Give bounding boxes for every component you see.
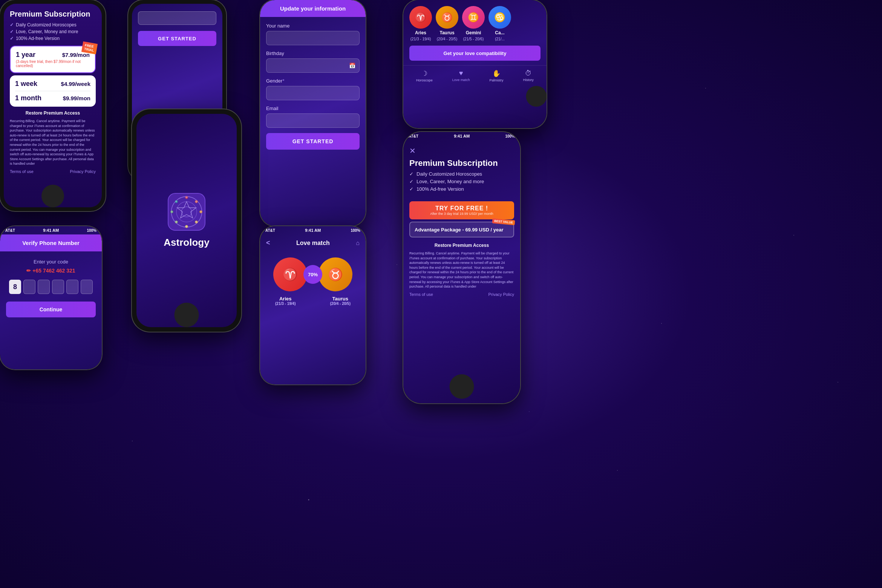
phone-update-info: Update your information Your name Birthd…: [260, 0, 366, 226]
code-box-2[interactable]: [23, 280, 35, 294]
p2-feature-3: ✓ 100% Ad-free Version: [409, 186, 514, 192]
sign-names: Aries (21/3 - 19/4) Taurus (20/4 - 20/5): [275, 296, 351, 306]
verify-phone[interactable]: +65 7462 462 321: [6, 268, 96, 274]
email-input[interactable]: [266, 113, 360, 128]
advantage-package[interactable]: Advantage Package - 69.99 USD / year BES…: [409, 222, 514, 237]
taurus-name: Taurus (20/4 - 20/5): [330, 296, 351, 306]
name-input[interactable]: [266, 31, 360, 45]
birthday-input[interactable]: 📅: [266, 58, 360, 73]
terms-link2[interactable]: Terms of use: [409, 292, 433, 297]
code-box-6[interactable]: [81, 280, 93, 294]
palmistry-icon: ✋: [492, 69, 501, 78]
sign-card-aries[interactable]: ♈ Aries (21/3 - 19/4): [409, 6, 432, 41]
privacy-link[interactable]: Privacy Policy: [70, 169, 96, 174]
phone-signs: ♈ Aries (21/3 - 19/4) ♉ Taurus (20/4 - 2…: [403, 0, 547, 128]
calendar-icon: 📅: [349, 63, 355, 69]
code-box-4[interactable]: [52, 280, 64, 294]
privacy-link2[interactable]: Privacy Policy: [488, 292, 514, 297]
home-button-4[interactable]: [175, 303, 199, 327]
code-box-3[interactable]: [38, 280, 50, 294]
svg-text:♌: ♌: [185, 225, 188, 228]
plan-week[interactable]: 1 week $4.99/week 1 month $9.99/mon: [10, 75, 96, 107]
svg-text:♍: ♍: [175, 220, 178, 223]
love-match-title: Love match: [296, 240, 330, 247]
feature-2: ✓ Love, Career, Money and more: [10, 29, 96, 34]
svg-text:♏: ♏: [175, 200, 178, 203]
nav-palmistry[interactable]: ✋ Palmistry: [490, 69, 504, 82]
aries-name: Aries (21/3 - 19/4): [275, 296, 296, 306]
aries-avatar: ♈: [409, 6, 432, 29]
gemini-sign-dates: (21/5 - 20/6): [463, 37, 484, 41]
premium-title: Premium Subscription: [10, 10, 96, 18]
compatibility-percent: 70%: [303, 265, 322, 284]
svg-text:♎: ♎: [170, 210, 173, 213]
sign-card-cancer[interactable]: ♋ Ca... (21/...: [488, 6, 511, 41]
horoscope-label: Horoscope: [416, 78, 433, 82]
home-button[interactable]: [41, 185, 64, 207]
history-icon: ⏱: [525, 69, 532, 77]
feature-1: ✓ Daily Customized Horoscopes: [10, 22, 96, 28]
close-button[interactable]: ✕: [409, 146, 514, 155]
phone-verify: AT&T 9:41 AM 100% Verify Phone Number En…: [0, 226, 102, 369]
home-button-8[interactable]: [450, 374, 474, 399]
legal-text: Recurring Billing. Cancel anytime. Payme…: [10, 119, 96, 166]
gender-input[interactable]: [266, 86, 360, 100]
nav-horoscope[interactable]: ☽ Horoscope: [416, 69, 433, 82]
restore-link2[interactable]: Restore Premium Access: [403, 240, 520, 251]
phone-astrology-splash: ♈ ♉ ♊ ♋ ♌ ♍ ♎ ♏ Astrology: [132, 109, 241, 332]
code-box-5[interactable]: [66, 280, 78, 294]
astrology-logo: ♈ ♉ ♊ ♋ ♌ ♍ ♎ ♏: [168, 193, 205, 231]
back-button[interactable]: <: [266, 239, 270, 247]
gemini-avatar: ♊: [462, 6, 485, 29]
home-icon[interactable]: ⌂: [356, 240, 360, 247]
get-started-form-button[interactable]: GET STARTED: [266, 133, 360, 150]
plan-month-name: 1 month: [15, 94, 41, 102]
try-free-label: TRY FOR FREE !: [435, 205, 488, 212]
svg-text:♉: ♉: [195, 200, 198, 203]
zodiac-wheel-icon: ♈ ♉ ♊ ♋ ♌ ♍ ♎ ♏: [170, 195, 204, 229]
phone-premium-left: Premium Subscription ✓ Daily Customized …: [0, 0, 106, 211]
best-value-badge: BEST VALUE: [492, 218, 515, 225]
plan-year[interactable]: FREETRIAL 1 year $7.99/mon (3-days free …: [10, 46, 96, 73]
premium2-title: Premium Subscription: [409, 158, 514, 168]
plan-month-price: $9.99/mon: [63, 95, 90, 101]
nav-history[interactable]: ⏱ History: [523, 69, 534, 82]
code-box-1[interactable]: 8: [9, 280, 21, 294]
sign-card-gemini[interactable]: ♊ Gemini (21/5 - 20/6): [462, 6, 485, 41]
birthday-label: Birthday: [266, 51, 360, 56]
legal-text2: Recurring Billing. Cancel anytime. Payme…: [403, 251, 520, 289]
update-header: Update your information: [260, 0, 366, 17]
love-match-icon: ♥: [459, 69, 463, 77]
svg-text:♋: ♋: [195, 220, 198, 223]
cancer-avatar: ♋: [488, 6, 511, 29]
try-free-button[interactable]: TRY FOR FREE ! After the 3 day trial 19.…: [409, 201, 514, 219]
feature-3: ✓ 100% Ad-free Version: [10, 36, 96, 41]
aries-sign-name: Aries: [415, 30, 426, 35]
get-started-button[interactable]: GET STARTED: [138, 31, 216, 46]
love-compat-button[interactable]: Get your love compatibility: [409, 46, 541, 61]
svg-point-1: [176, 202, 197, 222]
horoscope-icon: ☽: [421, 69, 427, 78]
p2-feature-1: ✓ Daily Customized Horoscopes: [409, 171, 514, 177]
terms-link[interactable]: Terms of use: [10, 169, 34, 174]
restore-link[interactable]: Restore Premium Access: [10, 110, 96, 116]
status-bar-8: AT&T 9:41 AM 100%: [403, 132, 520, 140]
continue-button[interactable]: Continue: [6, 302, 96, 317]
taurus-avatar: ♉: [436, 6, 458, 29]
gender-label: Gender*: [266, 78, 360, 84]
plan-year-name: 1 year: [16, 51, 35, 59]
status-bar-6: AT&T 9:41 AM 100%: [0, 226, 102, 234]
email-label: Email: [266, 106, 360, 111]
advantage-label: Advantage Package - 69.99 USD / year: [415, 227, 504, 233]
sign-card-taurus[interactable]: ♉ Taurus (20/4 - 20/5): [436, 6, 458, 41]
phone-premium-right: AT&T 9:41 AM 100% ✕ Premium Subscription…: [403, 132, 520, 403]
nav-love-match[interactable]: ♥ Love match: [452, 69, 470, 82]
verify-label: Enter your code: [6, 259, 96, 265]
plan-week-name: 1 week: [15, 80, 37, 88]
plan-week-price: $4.99/week: [61, 81, 90, 87]
gs-input[interactable]: [138, 11, 216, 25]
home-button-7[interactable]: [526, 86, 547, 107]
gemini-sign-name: Gemini: [466, 30, 481, 35]
sign-taurus: ♉: [318, 257, 352, 291]
svg-text:♈: ♈: [185, 196, 188, 199]
